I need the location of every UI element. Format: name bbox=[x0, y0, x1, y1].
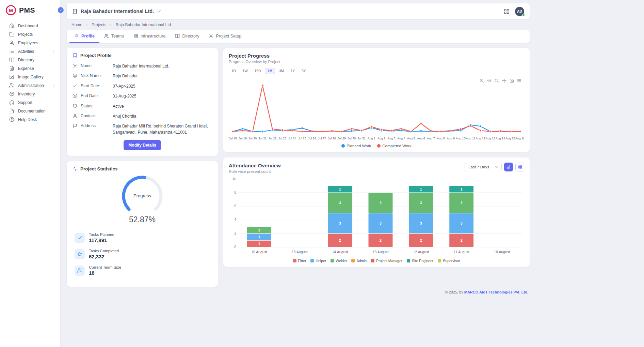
menu-icon[interactable] bbox=[517, 78, 521, 83]
svg-text:3: 3 bbox=[461, 201, 463, 205]
stats-list: Tasks Planned117,891Tasks Completed62,33… bbox=[73, 232, 212, 276]
range-3m[interactable]: 3M bbox=[276, 68, 287, 74]
company-selector[interactable]: Raja Bahadur International Ltd. bbox=[72, 9, 162, 14]
sidebar-item-support[interactable]: Support bbox=[0, 98, 60, 107]
sidebar-item-label: Activities bbox=[18, 49, 34, 54]
sidebar-collapse-button[interactable] bbox=[58, 7, 64, 13]
profile-field: Start Date:07-Apr-2025 bbox=[73, 83, 212, 89]
field-label: End Date: bbox=[81, 93, 109, 98]
shield-icon bbox=[73, 104, 77, 108]
legend-item-project-manager[interactable]: Project Manager bbox=[371, 259, 402, 263]
sidebar-item-directory[interactable]: Directory bbox=[0, 56, 60, 64]
legend-item-welder[interactable]: Welder bbox=[331, 259, 347, 263]
chart-view-button[interactable] bbox=[504, 163, 513, 171]
svg-text:Jul 23: Jul 23 bbox=[278, 137, 287, 140]
sidebar-item-documentation[interactable]: Documentation bbox=[0, 107, 60, 115]
zoom-out-icon[interactable] bbox=[487, 78, 492, 83]
breadcrumb-home[interactable]: Home bbox=[71, 22, 82, 27]
legend-item-completed-work[interactable]: Completed Work bbox=[377, 144, 411, 148]
field-label: Name: bbox=[81, 63, 109, 68]
attendance-chart[interactable]: 024681011116 August15 August233114 Augus… bbox=[229, 178, 524, 257]
sidebar-item-employees[interactable]: Employees bbox=[0, 39, 60, 47]
project-progress-chart[interactable]: Jul 18Jul 19Jul 20Jul 21Jul 22Jul 23Jul … bbox=[229, 79, 524, 142]
profile-field: Contact:Anuj Chordia bbox=[73, 113, 212, 119]
range-1m[interactable]: 1M bbox=[265, 68, 275, 74]
sidebar-item-label: Dashboard bbox=[18, 24, 38, 28]
tab-teams[interactable]: Teams bbox=[99, 30, 129, 43]
legend-item-admin[interactable]: Admin bbox=[351, 259, 367, 263]
book-icon bbox=[175, 34, 180, 39]
chevron-down-icon bbox=[157, 9, 162, 14]
footer-company-link[interactable]: MARCO AIoT Technologies Pvt. Ltd. bbox=[464, 290, 528, 294]
stat-value: 117,891 bbox=[89, 237, 114, 243]
sidebar-item-expense[interactable]: Expense bbox=[0, 64, 60, 73]
legend-label: Helper bbox=[316, 259, 326, 263]
table-view-button[interactable] bbox=[515, 163, 524, 171]
range-5y[interactable]: 5Y bbox=[299, 68, 308, 74]
footer: © 2025, by MARCO AIoT Technologies Pvt. … bbox=[67, 290, 530, 294]
tab-infrastructure[interactable]: Infrastructure bbox=[129, 30, 171, 43]
svg-text:Progress: Progress bbox=[133, 193, 151, 198]
legend-item-fitter[interactable]: Fitter bbox=[293, 259, 306, 263]
sidebar-item-inventory[interactable]: Inventory bbox=[0, 90, 60, 98]
range-1y[interactable]: 1Y bbox=[288, 68, 297, 74]
svg-text:1: 1 bbox=[461, 187, 463, 191]
sidebar-item-projects[interactable]: Projects bbox=[0, 30, 60, 39]
svg-text:Aug 3: Aug 3 bbox=[387, 137, 396, 140]
range-1w[interactable]: 1W bbox=[240, 68, 251, 74]
legend-label: Project Manager bbox=[376, 259, 402, 263]
image-icon bbox=[9, 74, 14, 79]
legend-swatch bbox=[331, 259, 334, 262]
field-value: Active bbox=[113, 103, 212, 109]
legend-item-helper[interactable]: Helper bbox=[310, 259, 326, 263]
breadcrumb-projects[interactable]: Projects bbox=[92, 22, 106, 27]
list-icon bbox=[9, 49, 14, 54]
chevron-down-icon bbox=[495, 165, 499, 169]
legend-swatch bbox=[407, 259, 410, 262]
sidebar-item-dashboard[interactable]: Dashboard bbox=[0, 21, 60, 30]
flag-icon bbox=[73, 123, 77, 128]
apps-grid-icon[interactable] bbox=[504, 9, 510, 14]
help-circle-icon bbox=[9, 117, 14, 122]
legend-item-supervisor[interactable]: Supervisor bbox=[438, 259, 460, 263]
pan-icon[interactable] bbox=[502, 78, 506, 83]
svg-text:Aug 2: Aug 2 bbox=[377, 137, 386, 140]
gear-icon bbox=[209, 34, 213, 39]
selection-zoom-icon[interactable] bbox=[495, 78, 499, 83]
sidebar-item-image-gallery[interactable]: Image Gallery bbox=[0, 73, 60, 81]
check-icon bbox=[73, 84, 77, 88]
reset-zoom-icon[interactable] bbox=[510, 78, 514, 83]
stat-label: Current Team Size bbox=[89, 265, 121, 269]
check-icon bbox=[75, 233, 85, 243]
modify-details-button[interactable]: Modify Details bbox=[124, 140, 161, 150]
sidebar-item-help-desk[interactable]: Help Desk bbox=[0, 115, 60, 124]
legend-item-site-engineer[interactable]: Site Engineer bbox=[407, 259, 433, 263]
tab-directory[interactable]: Directory bbox=[170, 30, 204, 43]
zoom-in-icon[interactable] bbox=[480, 78, 484, 83]
statistics-card-title: Project Statistics bbox=[80, 166, 118, 171]
sidebar-item-activities[interactable]: Activities bbox=[0, 47, 60, 56]
svg-text:10 August: 10 August bbox=[494, 250, 510, 254]
legend-item-planned-work[interactable]: Planned Work bbox=[341, 144, 371, 148]
sidebar-item-administration[interactable]: Administration bbox=[0, 81, 60, 90]
avatar[interactable]: AD bbox=[515, 7, 524, 16]
days-filter-select[interactable]: Last 7 Days bbox=[465, 163, 502, 171]
svg-text:2: 2 bbox=[339, 239, 341, 242]
stat-item-tasks-completed: Tasks Completed62,332 bbox=[75, 249, 212, 259]
tab-profile[interactable]: Profile bbox=[69, 30, 99, 43]
profile-field: End Date:31-Aug-2025 bbox=[73, 93, 212, 99]
svg-text:Jul 29: Jul 29 bbox=[338, 137, 346, 140]
footer-text: © 2025, by bbox=[445, 290, 464, 294]
tab-project-setup[interactable]: Project Setup bbox=[204, 30, 246, 43]
file-icon bbox=[9, 108, 14, 114]
legend-swatch bbox=[351, 259, 355, 262]
project-profile-card: Project Profile Name:Raja Bahadur Intern… bbox=[67, 48, 218, 156]
svg-text:Jul 28: Jul 28 bbox=[328, 137, 336, 140]
svg-text:3: 3 bbox=[380, 222, 382, 225]
range-1d[interactable]: 1D bbox=[229, 68, 239, 74]
field-value: 31-Aug-2025 bbox=[113, 93, 212, 99]
attendance-card-subtitle: Role-wise present count bbox=[229, 169, 281, 174]
sidebar-item-label: Inventory bbox=[18, 92, 35, 96]
sidebar-item-label: Projects bbox=[18, 32, 33, 37]
range-15d[interactable]: 15D bbox=[252, 68, 263, 74]
